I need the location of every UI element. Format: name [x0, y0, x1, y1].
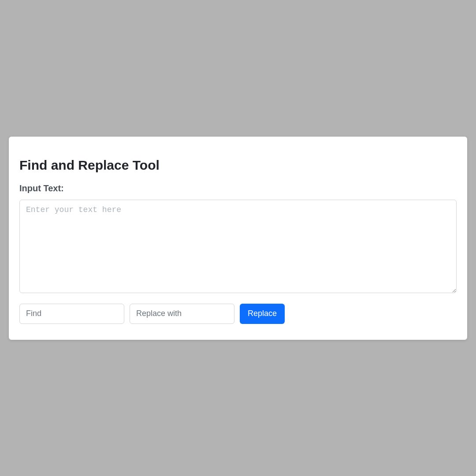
input-text-area[interactable]	[19, 200, 457, 293]
replace-button[interactable]: Replace	[240, 304, 285, 324]
find-replace-card: Find and Replace Tool Input Text: Replac…	[9, 137, 467, 340]
input-text-label: Input Text:	[19, 183, 457, 193]
find-input[interactable]	[19, 304, 124, 324]
page-title: Find and Replace Tool	[19, 158, 457, 173]
controls-row: Replace	[19, 304, 457, 324]
replace-input[interactable]	[130, 304, 234, 324]
